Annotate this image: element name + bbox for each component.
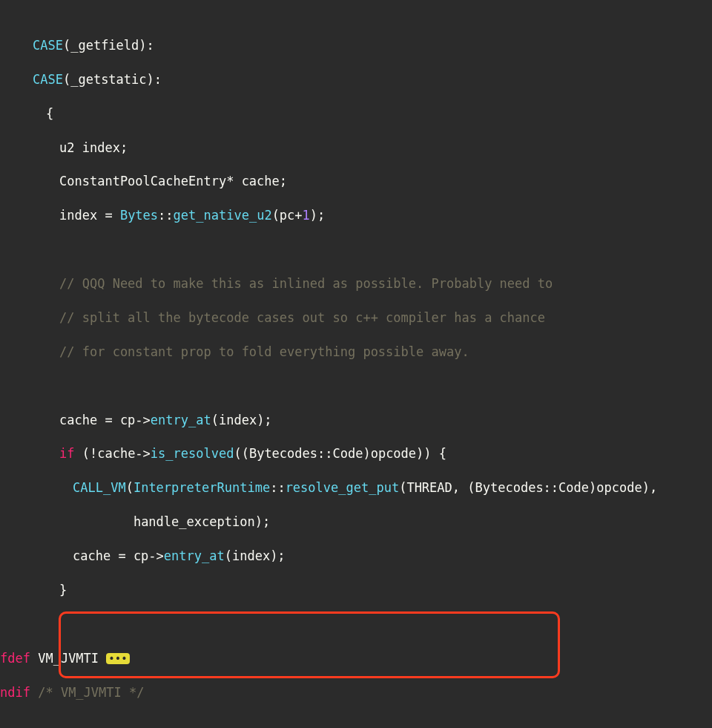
code-line (0, 378, 712, 395)
code-editor: CASE(_getfield): CASE(_getstatic): { u2 … (0, 0, 712, 728)
code-line: fdef VM_JVMTI ••• (0, 650, 712, 667)
code-line: } (0, 582, 712, 599)
code-line: // QQQ Need to make this as inlined as p… (0, 275, 712, 292)
code-line: CASE(_getstatic): (0, 71, 712, 88)
code-line: handle_exception); (0, 514, 712, 531)
code-line (0, 241, 712, 258)
code-line (0, 616, 712, 633)
code-line: u2 index; (0, 140, 712, 157)
code-line: CASE(_getfield): (0, 37, 712, 54)
code-line: // for constant prop to fold everything … (0, 344, 712, 361)
code-line: { (0, 105, 712, 122)
code-line: cache = cp->entry_at(index); (0, 412, 712, 429)
code-line: ndif /* VM_JVMTI */ (0, 684, 712, 701)
code-line (0, 718, 712, 728)
code-line: ConstantPoolCacheEntry* cache; (0, 173, 712, 190)
code-line: index = Bytes::get_native_u2(pc+1); (0, 207, 712, 224)
fold-marker-icon[interactable]: ••• (106, 653, 129, 664)
code-line: CALL_VM(InterpreterRuntime::resolve_get_… (0, 479, 712, 496)
code-line: // split all the bytecode cases out so c… (0, 309, 712, 327)
code-line: if (!cache->is_resolved((Bytecodes::Code… (0, 445, 712, 462)
code-line: cache = cp->entry_at(index); (0, 548, 712, 565)
